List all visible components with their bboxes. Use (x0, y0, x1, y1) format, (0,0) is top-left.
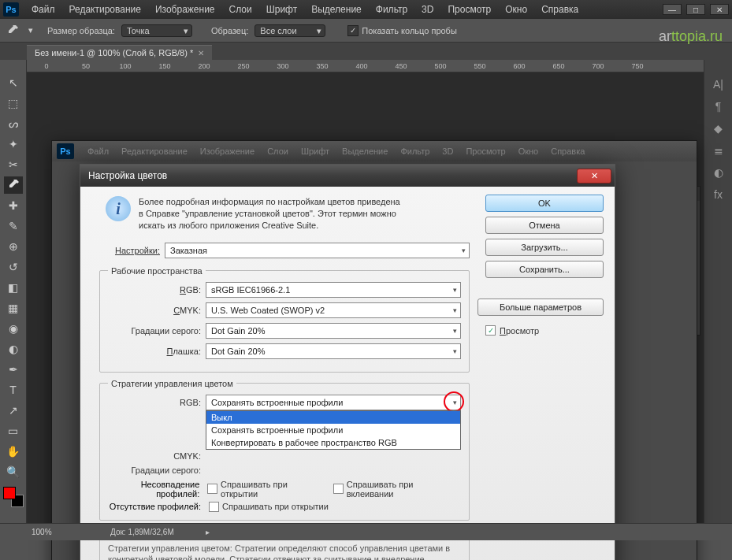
menu-window[interactable]: Окно (499, 2, 533, 17)
ruler-tick: 200 (184, 62, 224, 70)
stamp-tool-icon[interactable]: ⊕ (4, 238, 23, 255)
ok-button[interactable]: OK (485, 195, 604, 212)
nested-menu-item: Справка (545, 145, 590, 158)
working-spaces-legend: Рабочие пространства (108, 266, 206, 276)
nested-menu-item: Шрифт (295, 145, 335, 158)
nested-menu-item: Файл (82, 145, 114, 158)
zoom-level[interactable]: 100% (32, 528, 79, 536)
gray-combo[interactable]: Dot Gain 20% (206, 323, 461, 339)
ruler-tick: 100 (106, 62, 145, 70)
nested-menu-item: Фильтр (395, 145, 435, 158)
more-options-button[interactable]: Больше параметров (477, 299, 604, 316)
shape-tool-icon[interactable]: ▭ (4, 422, 23, 439)
menu-file[interactable]: Файл (25, 2, 61, 17)
pen-tool-icon[interactable]: ✒ (4, 361, 23, 378)
dropdown-option[interactable]: Конвертировать в рабочее пространство RG… (206, 436, 460, 449)
eyedropper-tool-icon[interactable] (4, 176, 23, 194)
color-settings-dialog: Настройка цветов ✕ i Более подробная инф… (80, 164, 615, 560)
ruler-tick: 300 (263, 62, 303, 70)
sample-layers-select[interactable]: Все слои (255, 24, 325, 37)
sample-size-label: Размер образца: (47, 26, 115, 35)
hand-tool-icon[interactable]: ✋ (4, 443, 23, 460)
dialog-close-button[interactable]: ✕ (577, 169, 611, 184)
save-button[interactable]: Сохранить... (485, 261, 604, 278)
dropdown-option[interactable]: Выкл (206, 411, 460, 424)
foreground-color-icon[interactable] (3, 487, 16, 499)
rgb-combo[interactable]: sRGB IEC61966-2.1 (206, 282, 461, 298)
lasso-tool-icon[interactable]: ᔕ (4, 115, 23, 132)
ruler-tick: 500 (421, 62, 460, 70)
menu-layers[interactable]: Слои (223, 2, 258, 17)
styles-panel-icon[interactable]: fx (711, 187, 726, 202)
brush-tool-icon[interactable]: ✎ (4, 217, 23, 235)
rgb-label: RGB: (108, 285, 201, 295)
ruler-tick: 650 (539, 62, 578, 70)
ask-paste-label: Спрашивать при вклеивании (347, 480, 461, 499)
paragraph-panel-icon[interactable]: ¶ (711, 99, 726, 113)
sample-size-select[interactable]: Точка (121, 24, 192, 37)
dropdown-option[interactable]: Сохранять встроенные профили (206, 424, 460, 436)
color-swatch[interactable] (3, 487, 24, 507)
character-panel-icon[interactable]: A| (711, 77, 726, 91)
menu-edit[interactable]: Редактирование (63, 2, 147, 17)
magic-wand-tool-icon[interactable]: ✦ (4, 135, 23, 153)
policy-gray-label: Градации серого: (108, 465, 201, 475)
cmyk-label: CMYK: (108, 306, 201, 315)
ruler-tick: 400 (342, 62, 381, 70)
titlebar: Ps Файл Редактирование Изображение Слои … (0, 0, 732, 19)
menu-3d[interactable]: 3D (415, 2, 440, 17)
close-button[interactable]: ✕ (710, 4, 729, 15)
description-text: Стратегии управления цветом: Стратегии о… (108, 543, 461, 560)
eraser-tool-icon[interactable]: ◧ (4, 279, 23, 296)
ruler-tick: 350 (303, 62, 342, 70)
eyedropper-icon (6, 24, 19, 37)
cancel-button[interactable]: Отмена (485, 217, 604, 234)
options-bar: ▾ Размер образца: Точка Образец: Все сло… (0, 19, 732, 43)
gradient-tool-icon[interactable]: ▦ (4, 299, 23, 317)
cmyk-combo[interactable]: U.S. Web Coated (SWOP) v2 (206, 302, 461, 318)
ask-paste-checkbox[interactable] (333, 484, 344, 494)
minimize-button[interactable]: — (663, 4, 682, 15)
settings-label: Настройки: (115, 246, 160, 255)
menu-help[interactable]: Справка (535, 2, 585, 17)
menu-type[interactable]: Шрифт (260, 2, 303, 17)
layers-panel-icon[interactable]: ≣ (711, 143, 726, 158)
show-ring-checkbox[interactable]: ✓ (347, 25, 359, 36)
settings-combo[interactable]: Заказная (165, 243, 470, 258)
menu-image[interactable]: Изображение (149, 2, 221, 17)
menu-select[interactable]: Выделение (305, 2, 368, 17)
nested-menu-item: Изображение (195, 145, 260, 158)
ask-open-missing-checkbox[interactable] (209, 502, 219, 512)
load-button[interactable]: Загрузить... (485, 239, 604, 256)
move-tool-icon[interactable]: ↖ (4, 74, 23, 91)
crop-tool-icon[interactable]: ✂ (4, 156, 23, 173)
policy-rgb-combo[interactable]: Сохранять встроенные профили (206, 395, 461, 410)
adjustments-panel-icon[interactable]: ◐ (711, 165, 726, 180)
menu-filter[interactable]: Фильтр (370, 2, 414, 17)
marquee-tool-icon[interactable]: ⬚ (4, 95, 23, 112)
maximize-button[interactable]: □ (686, 4, 705, 15)
history-brush-tool-icon[interactable]: ↺ (4, 258, 23, 276)
path-tool-icon[interactable]: ↗ (4, 402, 23, 419)
info-icon: i (106, 196, 131, 221)
ask-open-checkbox[interactable] (207, 484, 217, 494)
nested-menu-item: Просмотр (460, 145, 511, 158)
nested-menu-item: Выделение (336, 145, 393, 158)
preview-checkbox[interactable]: ✓ (485, 325, 496, 336)
dialog-titlebar[interactable]: Настройка цветов ✕ (80, 165, 615, 187)
type-tool-icon[interactable]: T (4, 381, 23, 399)
ruler-tick: 250 (224, 62, 263, 70)
close-tab-icon[interactable]: ✕ (198, 49, 204, 57)
status-arrow-icon[interactable]: ▸ (206, 528, 210, 536)
document-tab[interactable]: Без имени-1 @ 100% (Слой 6, RGB/8) * ✕ (27, 45, 212, 60)
spot-combo[interactable]: Dot Gain 20% (206, 343, 461, 359)
blur-tool-icon[interactable]: ◉ (4, 320, 23, 337)
menu-view[interactable]: Просмотр (441, 2, 497, 17)
healing-brush-tool-icon[interactable]: ✚ (4, 197, 23, 214)
sample-layers-label: Образец: (211, 26, 248, 35)
color-policies-group: Стратегии управления цветом RGB: Сохраня… (99, 379, 470, 521)
swatches-panel-icon[interactable]: ◆ (711, 121, 726, 135)
zoom-tool-icon[interactable]: 🔍 (4, 463, 23, 480)
dodge-tool-icon[interactable]: ◐ (4, 340, 23, 358)
policy-rgb-dropdown-list: Выкл Сохранять встроенные профили Конвер… (206, 410, 461, 450)
